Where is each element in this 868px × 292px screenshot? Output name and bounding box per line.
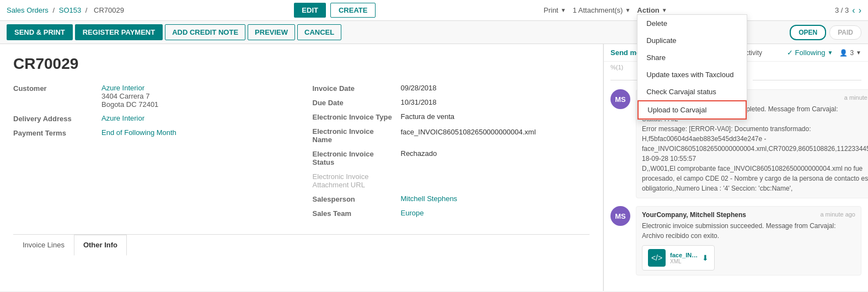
delivery-value: Azure Interior [101,114,144,123]
tab-invoice-lines[interactable]: Invoice Lines [13,235,74,255]
invoice-date-label: Invoice Date [313,84,401,93]
action-taxcloud[interactable]: Update taxes with Taxcloud [637,66,747,83]
print-caret: ▼ [560,7,566,13]
payment-terms-row: Payment Terms End of Following Month [13,128,291,137]
status-paid-badge[interactable]: PAID [829,25,861,40]
add-credit-note-button[interactable]: ADD CREDIT NOTE [165,24,245,40]
attachments-caret: ▼ [625,7,630,13]
avatar-1: MS [610,89,630,109]
top-bar-center: Print ▼ 1 Attachment(s) ▼ Action ▼ Delet… [544,6,667,14]
delivery-label: Delivery Address [13,114,101,123]
salesperson-value: Mitchell Stephens [401,194,458,203]
edit-button[interactable]: EDIT [294,3,326,18]
left-panel: CR70029 Customer Azure Interior 3404 Car… [0,44,603,291]
message-header-2: YourCompany, Mitchell Stephens a minute … [642,211,855,219]
customer-value: Azure Interior 3404 Carrera 7 Bogota DC … [101,84,158,109]
message-2: MS YourCompany, Mitchell Stephens a minu… [610,206,861,275]
follower-caret: ▼ [856,50,861,56]
check-icon: ✓ [787,48,793,57]
attachments-button[interactable]: 1 Attachment(s) ▼ [572,6,630,14]
document-title: CR70029 [13,55,590,73]
tabs-bar: Invoice Lines Other Info [13,234,590,255]
sales-team-row: Sales Team Europe [313,209,590,218]
message-body-2: YourCompany, Mitchell Stephens a minute … [636,206,861,275]
message-text-2: Electronic invoice submission succeeded.… [642,221,855,241]
payment-terms-value: End of Following Month [101,128,176,137]
register-payment-button[interactable]: REGISTER PAYMENT [75,24,163,40]
salesperson-label: Salesperson [313,194,401,203]
chatter-right: ✓ Following ▼ 👤 3 ▼ [787,48,861,57]
send-print-button[interactable]: SEND & PRINT [7,24,73,40]
action-caret: ▼ [662,7,667,13]
pagination-text: 3 / 3 [835,6,849,14]
electronic-status-row: Electronic InvoiceStatus Rechazado [313,149,590,166]
follower-count-button[interactable]: 👤 3 ▼ [839,49,861,57]
salesperson-row: Salesperson Mitchell Stephens [313,194,590,203]
electronic-type-row: Electronic Invoice Type Factura de venta [313,112,590,121]
avatar-2: MS [610,206,630,226]
customer-link[interactable]: Azure Interior [101,84,144,92]
electronic-attachment-row: Electronic InvoiceAttachment URL [313,172,590,189]
attachment-filename[interactable]: face_IN… [670,252,698,258]
breadcrumb-so153[interactable]: SO153 [59,6,81,14]
message-author-2: YourCompany, Mitchell Stephens [642,211,746,219]
breadcrumb: Sales Orders / SO153 / CR70029 [7,6,126,14]
action-upload-carvajal[interactable]: Upload to Carvajal [637,100,747,120]
breadcrumb-current: CR70029 [94,6,124,14]
status-open-badge[interactable]: OPEN [790,25,826,40]
preview-button[interactable]: PREVIEW [248,24,295,40]
attachment-info: face_IN… XML [670,252,698,264]
due-date-value: 10/31/2018 [401,98,437,106]
cancel-button[interactable]: CANCEL [297,24,341,40]
delivery-link[interactable]: Azure Interior [101,114,144,122]
message-time-2: a minute ago [820,211,855,219]
action-dropdown-menu: Delete Duplicate Share Update taxes with… [637,14,747,120]
form-left-col: Customer Azure Interior 3404 Carrera 7 B… [13,84,291,223]
customer-row: Customer Azure Interior 3404 Carrera 7 B… [13,84,291,109]
action-dropdown-wrapper: Action ▼ Delete Duplicate Share Update t… [637,6,667,14]
payment-terms-link[interactable]: End of Following Month [101,128,176,137]
customer-address1: 3404 Carrera 7 [101,92,158,100]
customer-address2: Bogota DC 72401 [101,100,158,109]
delivery-row: Delivery Address Azure Interior [13,114,291,123]
action-button[interactable]: Action ▼ [637,6,667,14]
electronic-type-value: Factura de venta [401,112,455,121]
attachment-type: XML [670,258,698,264]
person-icon: 👤 [839,49,848,57]
attachment-icon: </> [648,249,666,267]
attachment-box: </> face_IN… XML ⬇ [642,245,715,271]
electronic-type-label: Electronic Invoice Type [313,112,401,121]
next-button[interactable]: › [859,6,861,15]
prev-button[interactable]: ‹ [852,6,855,15]
action-carvajal-status[interactable]: Check Carvajal status [637,83,747,100]
electronic-status-label: Electronic InvoiceStatus [313,149,401,166]
print-button[interactable]: Print ▼ [544,6,566,14]
electronic-name-value: face_INVOIC86051082650000000004.xml [401,127,536,138]
tab-other-info[interactable]: Other Info [74,235,127,256]
sales-team-label: Sales Team [313,209,401,218]
due-date-row: Due Date 10/31/2018 [313,98,590,107]
breadcrumb-sales-orders[interactable]: Sales Orders [7,6,49,14]
download-icon[interactable]: ⬇ [702,253,709,262]
create-button[interactable]: CREATE [330,3,376,18]
top-bar-left: Sales Orders / SO153 / CR70029 [7,6,126,14]
breadcrumb-sep2: / [85,6,89,14]
due-date-label: Due Date [313,98,401,107]
top-bar: Sales Orders / SO153 / CR70029 EDIT CREA… [0,0,868,21]
message-time-1: a minute ago [844,94,868,102]
electronic-name-label: Electronic InvoiceName [313,127,401,144]
action-duplicate[interactable]: Duplicate [637,32,747,49]
following-button[interactable]: ✓ Following ▼ [787,48,833,57]
electronic-name-row: Electronic InvoiceName face_INVOIC860510… [313,127,590,144]
form-grid: Customer Azure Interior 3404 Carrera 7 B… [13,84,590,223]
action-delete[interactable]: Delete [637,15,747,32]
payment-terms-label: Payment Terms [13,128,101,137]
breadcrumb-sep1: / [53,6,57,14]
invoice-date-value: 09/28/2018 [401,84,437,92]
top-bar-right: 3 / 3 ‹ › [835,6,861,15]
action-share[interactable]: Share [637,49,747,66]
invoice-date-row: Invoice Date 09/28/2018 [313,84,590,93]
customer-label: Customer [13,84,101,109]
electronic-attachment-label: Electronic InvoiceAttachment URL [313,172,401,189]
form-right-col: Invoice Date 09/28/2018 Due Date 10/31/2… [313,84,590,223]
